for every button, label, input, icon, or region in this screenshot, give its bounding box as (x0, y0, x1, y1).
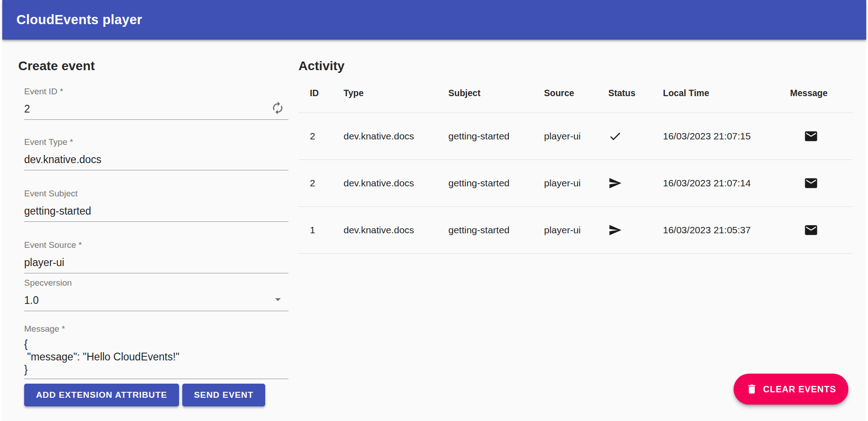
col-header-subject: Subject (448, 74, 544, 113)
app-root: CloudEvents player Create event Event ID… (2, 0, 866, 421)
cell-status (608, 159, 663, 206)
col-header-source: Source (544, 74, 608, 113)
event-subject-label: Event Subject (24, 189, 288, 199)
cell-id: 1 (298, 206, 344, 253)
trash-icon (746, 383, 758, 395)
event-type-field: Event Type * dev.knative.docs (24, 137, 288, 170)
cell-status (608, 206, 663, 253)
clear-events-label: CLEAR EVENTS (763, 384, 836, 395)
cell-source: player-ui (544, 113, 608, 159)
event-id-label: Event ID * (24, 87, 288, 97)
cell-subject: getting-started (448, 206, 544, 253)
cell-status (608, 113, 663, 159)
cell-type: dev.knative.docs (344, 113, 448, 159)
status-send-icon (608, 223, 622, 237)
cell-id: 2 (298, 113, 344, 159)
event-source-field: Event Source * player-ui (24, 240, 288, 273)
specversion-label: Specversion (24, 278, 288, 288)
email-icon[interactable] (804, 129, 818, 144)
event-type-label: Event Type * (24, 137, 288, 147)
create-event-heading: Create event (18, 40, 288, 74)
cell-local-time: 16/03/2023 21:07:15 (663, 113, 790, 159)
event-type-input[interactable]: dev.knative.docs (24, 147, 288, 170)
cell-local-time: 16/03/2023 21:07:14 (663, 159, 790, 206)
cell-subject: getting-started (448, 113, 544, 159)
status-send-icon (608, 176, 622, 190)
message-input[interactable]: { "message": "Hello CloudEvents!" } (24, 334, 288, 379)
table-row: 2 dev.knative.docs getting-started playe… (298, 159, 853, 206)
message-label: Message * (24, 324, 288, 334)
table-row: 2 dev.knative.docs getting-started playe… (298, 113, 853, 159)
event-subject-input[interactable]: getting-started (24, 199, 288, 222)
add-extension-attribute-button[interactable]: ADD EXTENSION ATTRIBUTE (24, 384, 179, 406)
create-event-panel: Create event Event ID * 2 Event Type * d… (18, 40, 288, 406)
cell-source: player-ui (544, 159, 608, 206)
message-field: Message * { "message": "Hello CloudEvent… (24, 324, 288, 379)
email-icon[interactable] (804, 223, 818, 237)
col-header-type: Type (344, 74, 448, 113)
dropdown-icon (271, 293, 285, 306)
status-check-icon (608, 129, 622, 143)
email-icon[interactable] (804, 176, 818, 190)
activity-heading: Activity (298, 40, 853, 74)
create-event-form: Event ID * 2 Event Type * dev.knative.do… (24, 87, 288, 406)
activity-panel: Activity ID Type Subject Source Status L… (298, 40, 853, 406)
send-event-button[interactable]: SEND EVENT (182, 384, 265, 406)
clear-events-button[interactable]: CLEAR EVENTS (734, 374, 848, 405)
col-header-local-time: Local Time (663, 74, 790, 113)
cell-message (790, 113, 853, 159)
cell-local-time: 16/03/2023 21:05:37 (663, 206, 790, 253)
cell-type: dev.knative.docs (344, 206, 448, 253)
app-title: CloudEvents player (16, 12, 142, 27)
specversion-select[interactable]: 1.0 (24, 288, 288, 311)
event-source-label: Event Source * (24, 240, 288, 250)
cell-type: dev.knative.docs (344, 159, 448, 206)
table-row: 1 dev.knative.docs getting-started playe… (298, 206, 853, 253)
event-subject-field: Event Subject getting-started (24, 189, 288, 222)
specversion-field: Specversion 1.0 (24, 278, 288, 311)
cell-message (790, 159, 853, 206)
activity-table: ID Type Subject Source Status Local Time… (298, 74, 853, 254)
event-id-input[interactable]: 2 (24, 97, 288, 120)
cell-message (790, 206, 853, 253)
col-header-status: Status (608, 74, 663, 113)
cell-id: 2 (298, 159, 344, 206)
col-header-id: ID (298, 74, 344, 113)
event-source-input[interactable]: player-ui (24, 250, 288, 273)
autorenew-icon[interactable] (271, 101, 285, 115)
col-header-message: Message (790, 74, 853, 113)
activity-header-row: ID Type Subject Source Status Local Time… (298, 74, 853, 113)
cell-subject: getting-started (448, 159, 544, 206)
cell-source: player-ui (544, 206, 608, 253)
app-bar: CloudEvents player (2, 0, 866, 40)
event-id-field: Event ID * 2 (24, 87, 288, 120)
